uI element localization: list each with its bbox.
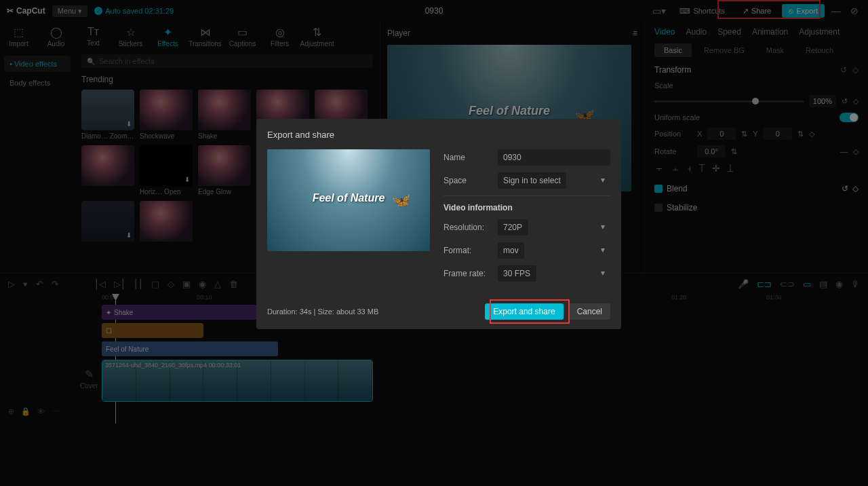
space-label: Space xyxy=(443,176,498,185)
format-label: Format: xyxy=(443,246,498,255)
name-label: Name xyxy=(443,153,498,162)
modal-title: Export and share xyxy=(267,130,610,140)
video-info-heading: Video information xyxy=(443,203,610,212)
export-preview: Feel of Nature 🦋 xyxy=(267,149,430,251)
framerate-select[interactable]: 30 FPS xyxy=(498,265,536,282)
cancel-button[interactable]: Cancel xyxy=(569,303,610,320)
resolution-select[interactable]: 720P xyxy=(498,219,528,236)
space-select[interactable]: Sign in to select xyxy=(498,172,566,189)
butterfly-icon: 🦋 xyxy=(392,192,410,210)
export-info: Duration: 34s | Size: about 33 MB xyxy=(267,307,378,316)
export-modal: Export and share Feel of Nature 🦋 Name S… xyxy=(256,119,621,329)
name-input[interactable] xyxy=(498,149,610,166)
preview-text: Feel of Nature xyxy=(313,192,385,204)
resolution-label: Resolution: xyxy=(443,223,498,232)
format-select[interactable]: mov xyxy=(498,242,524,259)
framerate-label: Frame rate: xyxy=(443,269,498,278)
export-share-button[interactable]: Export and share xyxy=(485,303,563,320)
